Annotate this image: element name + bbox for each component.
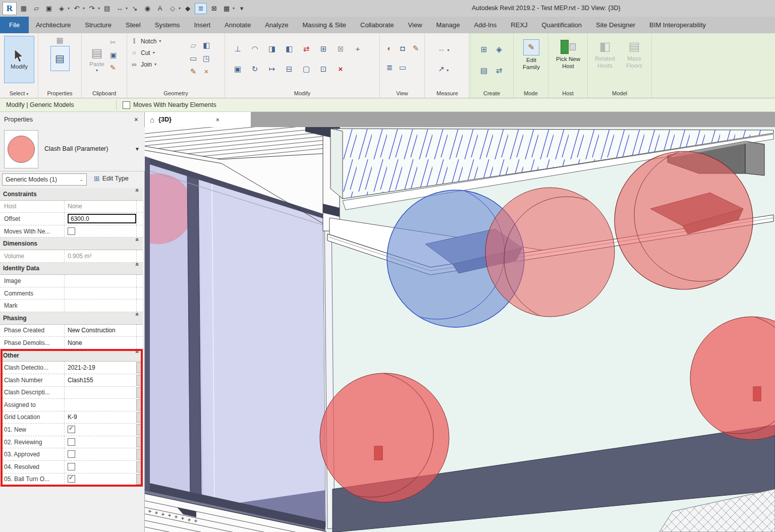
print-icon[interactable]: ▤ — [101, 4, 113, 14]
create-similar-icon[interactable]: ◈ — [496, 45, 502, 53]
align-icon[interactable]: ⊥ — [234, 45, 241, 52]
tab-rexj[interactable]: REXJ — [504, 17, 534, 33]
moves-with-ne-checkbox[interactable] — [68, 227, 75, 235]
properties-toggle-icon[interactable]: ▤ — [50, 46, 70, 71]
status-approved-checkbox[interactable] — [68, 450, 75, 458]
delete-icon[interactable]: × — [339, 65, 343, 73]
render-icon[interactable]: ◘ — [400, 44, 405, 52]
modify-button[interactable]: Modify — [4, 36, 34, 83]
split-element-icon[interactable]: ⇄ — [303, 45, 310, 52]
dropdown-caret-icon[interactable]: ▾ — [68, 6, 70, 11]
scale-icon[interactable]: ▢ — [303, 65, 310, 73]
match-type-icon[interactable]: ✎ — [110, 64, 117, 72]
unpin-icon[interactable]: ⊠ — [338, 45, 344, 52]
curtain-wall[interactable] — [145, 155, 335, 532]
row-01-new[interactable]: 01. New — [0, 424, 143, 436]
chevron-down-icon[interactable]: ▼ — [135, 146, 140, 152]
tab-systems[interactable]: Systems — [148, 17, 187, 33]
dimension-tool-icon[interactable]: ↔ ▾ — [437, 45, 449, 52]
qat-customize-icon[interactable]: ▾ — [236, 4, 247, 14]
aligned-dimension-icon[interactable]: ↔ — [114, 4, 125, 14]
wall-sweep-icon[interactable]: ▱ — [190, 41, 196, 49]
tab-site-designer[interactable]: Site Designer — [589, 17, 642, 33]
copy-to-clipboard-icon[interactable]: ▣ — [110, 51, 117, 59]
close-view-icon[interactable]: × — [215, 116, 219, 124]
default-3d-view-icon[interactable]: ◇ — [167, 4, 178, 14]
collapse-icon[interactable]: « — [134, 189, 141, 200]
cut-to-clipboard-icon[interactable]: ✂ — [110, 38, 117, 46]
pick-new-host-button[interactable]: Pick New Host — [552, 39, 584, 70]
tab-analyze[interactable]: Analyze — [258, 17, 295, 33]
override-graphics-icon[interactable]: ≣ — [386, 64, 393, 71]
measure-icon[interactable]: ↘ — [129, 4, 140, 14]
row-moves-with-nearby[interactable]: Moves With Ne... — [0, 225, 143, 238]
collapse-icon[interactable]: « — [134, 238, 141, 249]
split-with-gap-icon[interactable]: ⊞ — [320, 45, 327, 52]
load-family-icon[interactable]: ▤ — [480, 67, 487, 74]
row-clash-detection-date[interactable]: Clash Detectio...2021-2-19 — [0, 362, 143, 374]
move-icon[interactable]: + — [356, 45, 360, 52]
dropdown-caret-icon[interactable]: ▾ — [98, 6, 100, 11]
mass-floors-button[interactable]: ▤ Mass Floors — [621, 39, 647, 69]
copy-icon[interactable]: ▣ — [234, 65, 241, 73]
close-hidden-windows-icon[interactable]: ⊠ — [208, 4, 219, 14]
family-types-icon[interactable]: ▦ — [56, 36, 63, 44]
edit-family-button[interactable]: ✎ Edit Family — [519, 39, 544, 71]
section-other[interactable]: Other« — [0, 349, 143, 362]
offset-input[interactable]: 6300.0 — [68, 214, 136, 223]
section-identity-data[interactable]: Identity Data« — [0, 263, 143, 275]
tab-add-ins[interactable]: Add-Ins — [467, 17, 504, 33]
tab-view[interactable]: View — [401, 17, 429, 33]
create-group-icon[interactable]: ⊞ — [481, 45, 487, 53]
row-image[interactable]: Image — [0, 275, 143, 287]
tab-quantification[interactable]: Quantification — [535, 17, 589, 33]
tab-architecture[interactable]: Architecture — [29, 17, 78, 33]
status-resolved-checkbox[interactable] — [68, 463, 75, 470]
tag-icon[interactable]: ◉ — [142, 4, 153, 14]
text-icon[interactable]: A — [154, 4, 165, 14]
mirror-draw-axis-icon[interactable]: ◧ — [286, 45, 293, 52]
tab-massing-site[interactable]: Massing & Site — [295, 17, 353, 33]
tab-collaborate[interactable]: Collaborate — [353, 17, 401, 33]
demolish-icon[interactable]: × — [204, 68, 209, 75]
view-tab-3d[interactable]: ⌂ {3D} × — [145, 112, 251, 127]
paste-button[interactable]: ▤ Paste ▾ — [86, 37, 108, 81]
tab-annotate[interactable]: Annotate — [217, 17, 258, 33]
close-icon[interactable]: × — [130, 115, 144, 124]
edit-type-button[interactable]: ⊞ Edit Type — [94, 174, 129, 183]
selection-filter-dropdown[interactable]: Generic Models (1) ⌄ — [2, 173, 87, 186]
row-clash-description[interactable]: Clash Descripti... — [0, 387, 143, 399]
row-comments[interactable]: Comments — [0, 287, 143, 300]
section-constraints[interactable]: Constraints« — [0, 188, 143, 201]
switch-windows-icon[interactable]: ▩ — [221, 4, 232, 14]
tab-manage[interactable]: Manage — [429, 17, 467, 33]
unjoin-icon[interactable]: ◳ — [203, 54, 210, 62]
hide-isolate-icon[interactable]: ▭ — [399, 64, 406, 71]
row-assigned-to[interactable]: Assigned to — [0, 399, 143, 411]
status-ball-turn-checkbox[interactable] — [68, 475, 75, 483]
type-selector[interactable]: Clash Ball (Parameter) ▼ — [0, 127, 145, 171]
row-05-ball-turn[interactable]: 05. Ball Turn O... — [0, 474, 143, 486]
dropdown-caret-icon[interactable]: ▾ — [126, 6, 128, 11]
row-grid-location[interactable]: Grid LocationK-9 — [0, 411, 143, 424]
collapse-icon[interactable]: « — [134, 313, 141, 324]
row-02-reviewing[interactable]: 02. Reviewing — [0, 436, 143, 449]
sync-with-central-icon[interactable]: ◈ — [56, 4, 67, 14]
collapse-icon[interactable]: « — [134, 350, 141, 361]
tab-structure[interactable]: Structure — [78, 17, 119, 33]
select-panel-dropdown[interactable]: Select ▾ — [0, 90, 38, 96]
beam-coping-icon[interactable]: ◧ — [203, 41, 210, 49]
cut-geometry-button[interactable]: ○Cut▾ — [130, 49, 161, 56]
trim-extend-corner-icon[interactable]: ↦ — [269, 65, 275, 73]
thin-lines-icon[interactable]: ≣ — [195, 3, 207, 14]
ui-toggle-icon[interactable]: ▦ — [18, 4, 29, 14]
row-offset[interactable]: Offset6300.0 — [0, 213, 143, 225]
section-dimensions[interactable]: Dimensions« — [0, 238, 143, 250]
graphics-brush-icon[interactable]: ✎ — [413, 44, 419, 52]
mirror-pick-axis-icon[interactable]: ◨ — [268, 45, 275, 52]
section-phasing[interactable]: Phasing« — [0, 312, 143, 325]
collapse-icon[interactable]: « — [134, 263, 141, 274]
row-phase-created[interactable]: Phase CreatedNew Construction — [0, 325, 143, 337]
row-04-resolved[interactable]: 04. Resolved — [0, 461, 143, 474]
moves-with-nearby-checkbox[interactable] — [123, 101, 130, 109]
